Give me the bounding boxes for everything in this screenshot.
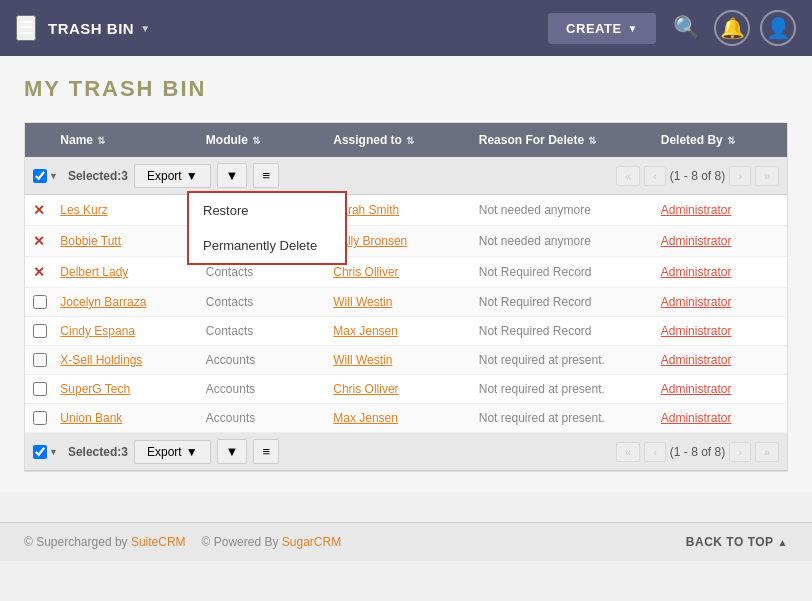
- table-row: Union Bank Accounts Max Jensen Not requi…: [25, 404, 787, 433]
- sort-reason-icon[interactable]: ⇅: [588, 135, 596, 146]
- row-checkbox-6[interactable]: [33, 353, 47, 367]
- row-check-1[interactable]: ✕: [33, 202, 60, 218]
- columns-button-bottom[interactable]: ≡: [253, 439, 279, 464]
- back-to-top-button[interactable]: BACK TO TOP ▲: [686, 535, 788, 549]
- notifications-icon[interactable]: 🔔: [714, 10, 750, 46]
- assigned-link-8[interactable]: Max Jensen: [333, 411, 398, 425]
- name-link-8[interactable]: Union Bank: [60, 411, 122, 425]
- row-check-5[interactable]: [33, 324, 60, 338]
- restore-menu-item[interactable]: Restore: [189, 193, 345, 228]
- row-reason-2: Not needed anymore: [479, 234, 661, 248]
- deleted-link-1[interactable]: Administrator: [661, 203, 732, 217]
- name-link-2[interactable]: Bobbie Tutt: [60, 234, 121, 248]
- select-all-bottom[interactable]: ▼: [33, 445, 58, 459]
- pagination-text-bottom: (1 - 8 of 8): [670, 445, 725, 459]
- name-link-1[interactable]: Les Kurz: [60, 203, 107, 217]
- export-button-top[interactable]: Export ▼: [134, 164, 211, 188]
- back-to-top-arrow: ▲: [778, 537, 788, 548]
- row-deleted-4: Administrator: [661, 295, 779, 309]
- name-link-3[interactable]: Delbert Lady: [60, 265, 128, 279]
- last-page-btn-bottom[interactable]: »: [755, 442, 779, 462]
- create-button[interactable]: CREATE ▼: [548, 13, 656, 44]
- table-row: Jocelyn Barraza Contacts Will Westin Not…: [25, 288, 787, 317]
- row-checkbox-4[interactable]: [33, 295, 47, 309]
- select-all-checkbox-bottom[interactable]: [33, 445, 47, 459]
- row-name-7: SuperG Tech: [60, 382, 206, 396]
- suitecrm-link[interactable]: SuiteCRM: [131, 535, 186, 549]
- last-page-btn-top[interactable]: »: [755, 166, 779, 186]
- deleted-link-4[interactable]: Administrator: [661, 295, 732, 309]
- row-checkbox-5[interactable]: [33, 324, 47, 338]
- row-module-3: Contacts: [206, 265, 333, 279]
- row-name-5: Cindy Espana: [60, 324, 206, 338]
- deleted-link-7[interactable]: Administrator: [661, 382, 732, 396]
- first-page-btn-top[interactable]: «: [616, 166, 640, 186]
- columns-button-top[interactable]: ≡: [253, 163, 279, 188]
- row-check-3[interactable]: ✕: [33, 264, 60, 280]
- col-header-reason: Reason For Delete ⇅: [479, 133, 661, 147]
- col-header-name: Name ⇅: [60, 133, 206, 147]
- assigned-link-3[interactable]: Chris Olliver: [333, 265, 398, 279]
- deleted-link-8[interactable]: Administrator: [661, 411, 732, 425]
- table-row: ✕ Bobbie Tutt Sally Bronsen Not needed a…: [25, 226, 787, 257]
- assigned-link-4[interactable]: Will Westin: [333, 295, 392, 309]
- page-title: MY TRASH BIN: [24, 76, 788, 102]
- menu-icon[interactable]: ☰: [16, 15, 36, 41]
- row-check-7[interactable]: [33, 382, 60, 396]
- row-name-3: Delbert Lady: [60, 265, 206, 279]
- deleted-link-6[interactable]: Administrator: [661, 353, 732, 367]
- row-module-7: Accounts: [206, 382, 333, 396]
- next-page-btn-bottom[interactable]: ›: [729, 442, 751, 462]
- row-check-6[interactable]: [33, 353, 60, 367]
- next-page-btn-top[interactable]: ›: [729, 166, 751, 186]
- select-dropdown-arrow-bottom[interactable]: ▼: [49, 447, 58, 457]
- name-link-4[interactable]: Jocelyn Barraza: [60, 295, 146, 309]
- select-all-top[interactable]: ▼: [33, 169, 58, 183]
- row-check-8[interactable]: [33, 411, 60, 425]
- row-reason-5: Not Required Record: [479, 324, 661, 338]
- sort-name-icon[interactable]: ⇅: [97, 135, 105, 146]
- export-button-bottom[interactable]: Export ▼: [134, 440, 211, 464]
- first-page-btn-bottom[interactable]: «: [616, 442, 640, 462]
- row-checkbox-8[interactable]: [33, 411, 47, 425]
- sort-module-icon[interactable]: ⇅: [252, 135, 260, 146]
- row-assigned-3: Chris Olliver: [333, 265, 479, 279]
- filter-button-top[interactable]: ▼: [217, 163, 248, 188]
- assigned-link-5[interactable]: Max Jensen: [333, 324, 398, 338]
- assigned-link-6[interactable]: Will Westin: [333, 353, 392, 367]
- deleted-link-3[interactable]: Administrator: [661, 265, 732, 279]
- row-assigned-4: Will Westin: [333, 295, 479, 309]
- export-arrow-top: ▼: [186, 169, 198, 183]
- sugarcrm-link[interactable]: SugarCRM: [282, 535, 341, 549]
- col-header-module: Module ⇅: [206, 133, 333, 147]
- filter-button-bottom[interactable]: ▼: [217, 439, 248, 464]
- row-checkbox-7[interactable]: [33, 382, 47, 396]
- assigned-link-7[interactable]: Chris Olliver: [333, 382, 398, 396]
- name-link-6[interactable]: X-Sell Holdings: [60, 353, 142, 367]
- powered-by-sugarcrm: © Powered By SugarCRM: [202, 535, 342, 549]
- sort-deleted-icon[interactable]: ⇅: [727, 135, 735, 146]
- title-dropdown-arrow[interactable]: ▼: [140, 23, 150, 34]
- permanently-delete-menu-item[interactable]: Permanently Delete: [189, 228, 345, 263]
- sort-assigned-icon[interactable]: ⇅: [406, 135, 414, 146]
- row-check-4[interactable]: [33, 295, 60, 309]
- row-check-2[interactable]: ✕: [33, 233, 60, 249]
- x-mark-icon: ✕: [33, 233, 45, 249]
- row-assigned-6: Will Westin: [333, 353, 479, 367]
- search-icon[interactable]: 🔍: [668, 10, 704, 46]
- deleted-link-2[interactable]: Administrator: [661, 234, 732, 248]
- deleted-link-5[interactable]: Administrator: [661, 324, 732, 338]
- prev-page-btn-bottom[interactable]: ‹: [644, 442, 666, 462]
- prev-page-btn-top[interactable]: ‹: [644, 166, 666, 186]
- row-assigned-5: Max Jensen: [333, 324, 479, 338]
- select-all-checkbox-top[interactable]: [33, 169, 47, 183]
- name-link-7[interactable]: SuperG Tech: [60, 382, 130, 396]
- row-assigned-7: Chris Olliver: [333, 382, 479, 396]
- user-profile-icon[interactable]: 👤: [760, 10, 796, 46]
- select-dropdown-arrow-top[interactable]: ▼: [49, 171, 58, 181]
- pagination-bottom: « ‹ (1 - 8 of 8) › »: [616, 442, 779, 462]
- row-name-2: Bobbie Tutt: [60, 234, 206, 248]
- name-link-5[interactable]: Cindy Espana: [60, 324, 135, 338]
- powered-by-suitecrm: © Supercharged by SuiteCRM: [24, 535, 186, 549]
- pagination-top: « ‹ (1 - 8 of 8) › »: [616, 166, 779, 186]
